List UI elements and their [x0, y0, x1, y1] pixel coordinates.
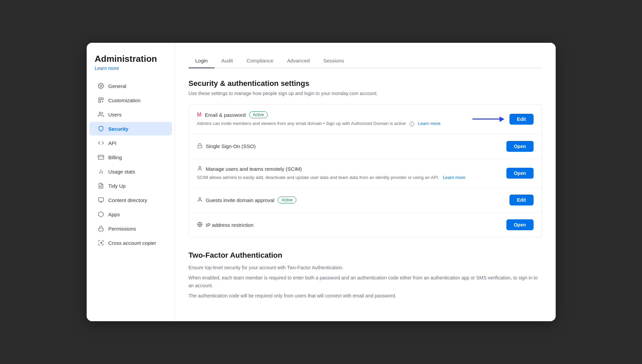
tab-sessions[interactable]: Sessions — [316, 54, 351, 68]
lock-icon — [98, 225, 104, 232]
settings-row-scim-desc: SCIM allows admins to easily add, deacti… — [197, 174, 498, 181]
tidy-icon — [98, 182, 104, 189]
arrow-line — [472, 119, 500, 120]
sidebar-item-tidy-up-label: Tidy Up — [108, 183, 126, 189]
shield-icon — [98, 125, 104, 132]
sidebar: Administration Learn more General Custom… — [87, 43, 175, 321]
svg-point-4 — [99, 112, 101, 114]
settings-row-guests-invite-left: Guests invite domain approval Active — [197, 197, 502, 203]
sidebar-item-billing[interactable]: Billing — [89, 150, 172, 164]
svg-rect-3 — [99, 101, 100, 103]
main-content: Login Audit Compliance Advanced Sessions… — [175, 43, 556, 321]
sidebar-item-users[interactable]: Users — [89, 108, 172, 121]
sidebar-item-customization-label: Customization — [108, 97, 141, 103]
settings-row-sso-left: Single Sign-On (SSO) — [197, 143, 498, 149]
stats-icon — [98, 168, 104, 175]
sidebar-item-customization[interactable]: Customization — [89, 93, 172, 107]
lock-small-icon — [197, 143, 203, 149]
settings-row-email-password-title: M Email & password Active — [197, 111, 502, 118]
svg-rect-15 — [99, 228, 103, 231]
svg-rect-17 — [198, 145, 202, 148]
tab-audit[interactable]: Audit — [214, 54, 240, 68]
ip-icon — [197, 222, 203, 228]
settings-row-email-password-left: M Email & password Active Admins can inv… — [197, 111, 502, 127]
settings-row-scim: Manage users and teams remotely (SCIM) S… — [189, 159, 542, 188]
tfa-section: Two-Factor Authentication Ensure top-lev… — [189, 251, 542, 300]
tab-login[interactable]: Login — [189, 54, 215, 68]
svg-point-19 — [199, 198, 201, 199]
sidebar-item-permissions[interactable]: Permissions — [89, 222, 172, 235]
settings-row-scim-left: Manage users and teams remotely (SCIM) S… — [197, 166, 498, 181]
tab-advanced[interactable]: Advanced — [280, 54, 317, 68]
arrow-annotation — [472, 116, 504, 122]
sidebar-item-api[interactable]: API — [89, 136, 172, 150]
sidebar-item-apps[interactable]: Apps — [89, 207, 172, 221]
sidebar-item-api-label: API — [108, 140, 117, 146]
svg-point-0 — [100, 85, 102, 87]
tabs-bar: Login Audit Compliance Advanced Sessions — [189, 54, 542, 68]
user-small-icon-2 — [197, 197, 203, 203]
scim-learn-more-link[interactable]: Learn more — [443, 175, 465, 180]
sidebar-item-security[interactable]: Security — [89, 122, 172, 135]
svg-rect-2 — [101, 98, 103, 99]
sidebar-item-general[interactable]: General — [89, 79, 172, 93]
info-icon: i — [410, 122, 414, 126]
app-title: Administration — [87, 54, 175, 64]
sidebar-item-billing-label: Billing — [108, 154, 122, 160]
settings-row-scim-title: Manage users and teams remotely (SCIM) — [197, 166, 498, 172]
email-password-badge: Active — [249, 111, 268, 118]
sidebar-item-content-directory[interactable]: Content directory — [89, 193, 172, 207]
tfa-desc-1: Ensure top-level security for your accou… — [189, 264, 542, 271]
arrow-head — [500, 116, 504, 122]
sidebar-item-content-directory-label: Content directory — [108, 197, 147, 203]
settings-row-ip-restriction: IP address restriction Open — [189, 213, 542, 237]
settings-row-guests-invite: Guests invite domain approval Active Edi… — [189, 188, 542, 213]
users-icon — [98, 111, 104, 118]
settings-card: M Email & password Active Admins can inv… — [189, 104, 542, 237]
sidebar-item-usage-stats[interactable]: Usage stats — [89, 165, 172, 178]
sidebar-item-security-label: Security — [108, 126, 128, 132]
ip-restriction-open-button[interactable]: Open — [506, 219, 534, 230]
sidebar-item-usage-stats-label: Usage stats — [108, 169, 135, 175]
email-password-edit-button[interactable]: Edit — [509, 114, 533, 125]
sidebar-item-tidy-up[interactable]: Tidy Up — [89, 179, 172, 193]
scim-open-button[interactable]: Open — [506, 168, 534, 179]
customization-icon — [98, 97, 104, 104]
settings-row-guests-invite-actions: Edit — [509, 195, 533, 205]
user-small-icon — [197, 166, 203, 172]
section-title: Security & authentication settings — [189, 79, 542, 88]
settings-row-sso-actions: Open — [506, 141, 534, 152]
settings-row-ip-restriction-left: IP address restriction — [197, 222, 498, 228]
settings-row-email-password-actions: Edit — [509, 114, 533, 125]
sidebar-item-general-label: General — [108, 83, 126, 89]
settings-row-sso: Single Sign-On (SSO) Open — [189, 134, 542, 159]
tab-compliance[interactable]: Compliance — [240, 54, 280, 68]
settings-row-sso-title: Single Sign-On (SSO) — [197, 143, 498, 149]
gear-icon — [98, 83, 104, 89]
section-subtitle: Use these settings to manage how people … — [189, 91, 542, 96]
sso-open-button[interactable]: Open — [506, 141, 534, 152]
settings-row-guests-invite-title: Guests invite domain approval Active — [197, 197, 502, 203]
svg-rect-5 — [98, 155, 104, 159]
svg-point-18 — [199, 166, 201, 168]
tfa-title: Two-Factor Authentication — [189, 251, 542, 260]
sidebar-item-users-label: Users — [108, 112, 122, 117]
api-icon — [98, 140, 104, 146]
sidebar-item-cross-account-copier[interactable]: Cross account copier — [89, 236, 172, 250]
billing-icon — [98, 154, 104, 161]
content-icon — [98, 197, 104, 203]
guests-invite-edit-button[interactable]: Edit — [509, 195, 533, 205]
guests-invite-badge: Active — [278, 197, 296, 203]
tfa-desc-3: The authentication code will be required… — [189, 292, 542, 299]
settings-row-email-password-desc: Admins can invite members and viewers fr… — [197, 120, 502, 127]
tfa-desc-2: When enabled, each team member is requir… — [189, 274, 542, 289]
sidebar-item-apps-label: Apps — [108, 212, 120, 217]
email-password-learn-more-link[interactable]: Learn more — [418, 121, 440, 126]
sidebar-learn-more-link[interactable]: Learn more — [87, 66, 175, 71]
copier-icon — [98, 239, 104, 246]
svg-rect-12 — [98, 198, 103, 201]
settings-row-ip-restriction-actions: Open — [506, 219, 534, 230]
sidebar-nav: General Customization Users — [87, 79, 175, 250]
apps-icon — [98, 211, 104, 218]
email-password-icon: M — [197, 112, 202, 118]
